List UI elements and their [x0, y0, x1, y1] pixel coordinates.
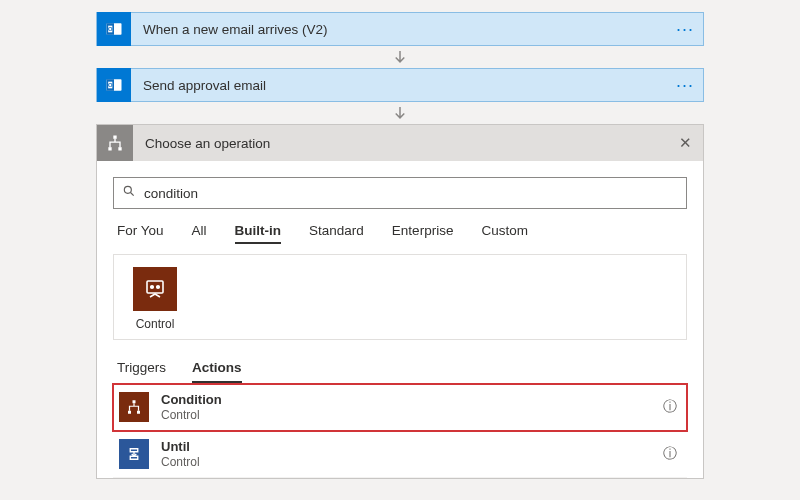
svg-rect-17 [128, 411, 131, 414]
svg-rect-18 [137, 411, 140, 414]
outlook-icon: O [97, 68, 131, 102]
connector-label: Control [126, 317, 184, 331]
subtab-triggers[interactable]: Triggers [117, 360, 166, 383]
svg-rect-9 [108, 147, 111, 150]
svg-point-11 [124, 186, 131, 193]
choose-operation-panel: Choose an operation ✕ For You All Built-… [96, 124, 704, 479]
flow-arrow [96, 102, 704, 124]
tab-standard[interactable]: Standard [309, 223, 364, 244]
flow-step-action[interactable]: O Send approval email ··· [96, 68, 704, 102]
tab-built-in[interactable]: Built-in [235, 223, 282, 244]
tab-for-you[interactable]: For You [117, 223, 164, 244]
connector-group-tabs: For You All Built-in Standard Enterprise… [113, 209, 687, 254]
action-name: Until [161, 439, 651, 455]
action-name: Condition [161, 392, 651, 408]
info-icon[interactable]: ⓘ [663, 398, 681, 416]
flow-step-trigger[interactable]: O When a new email arrives (V2) ··· [96, 12, 704, 46]
branch-icon [97, 125, 133, 161]
outlook-icon: O [97, 12, 131, 46]
control-icon [133, 267, 177, 311]
panel-title: Choose an operation [133, 136, 667, 151]
search-icon [122, 184, 136, 202]
svg-rect-8 [113, 136, 116, 139]
step-label: When a new email arrives (V2) [131, 22, 667, 37]
search-input[interactable] [144, 186, 678, 201]
tab-all[interactable]: All [192, 223, 207, 244]
connector-control[interactable]: Control [126, 267, 184, 331]
step-label: Send approval email [131, 78, 667, 93]
svg-line-12 [131, 193, 134, 196]
flow-arrow [96, 46, 704, 68]
action-until[interactable]: Until Control ⓘ [113, 431, 687, 478]
info-icon[interactable]: ⓘ [663, 445, 681, 463]
svg-rect-16 [133, 400, 136, 403]
svg-rect-10 [118, 147, 121, 150]
action-condition[interactable]: Condition Control ⓘ [113, 384, 687, 431]
panel-header: Choose an operation ✕ [97, 125, 703, 161]
step-menu-button[interactable]: ··· [667, 75, 703, 96]
action-type-tabs: Triggers Actions [113, 354, 687, 383]
connector-grid: Control [113, 254, 687, 340]
action-text: Until Control [161, 439, 651, 469]
search-input-wrapper[interactable] [113, 177, 687, 209]
action-subtitle: Control [161, 455, 651, 469]
tab-enterprise[interactable]: Enterprise [392, 223, 454, 244]
svg-rect-13 [147, 281, 163, 293]
close-button[interactable]: ✕ [667, 134, 703, 152]
action-subtitle: Control [161, 408, 651, 422]
tab-custom[interactable]: Custom [481, 223, 528, 244]
condition-icon [119, 392, 149, 422]
until-icon [119, 439, 149, 469]
step-menu-button[interactable]: ··· [667, 19, 703, 40]
svg-text:O: O [108, 82, 113, 88]
svg-point-14 [151, 286, 154, 289]
action-text: Condition Control [161, 392, 651, 422]
subtab-actions[interactable]: Actions [192, 360, 242, 383]
svg-text:O: O [108, 26, 113, 32]
svg-point-15 [157, 286, 160, 289]
action-list: Condition Control ⓘ Until Control ⓘ [113, 383, 687, 478]
